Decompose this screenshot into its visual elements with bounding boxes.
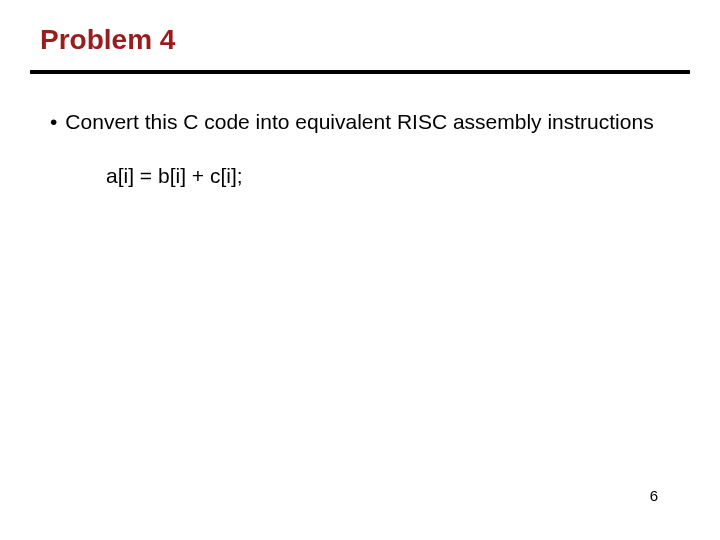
- bullet-marker: •: [50, 108, 57, 136]
- bullet-item: • Convert this C code into equivalent RI…: [50, 108, 670, 136]
- slide: Problem 4 • Convert this C code into equ…: [0, 0, 720, 540]
- code-expression: a[i] = b[i] + c[i];: [50, 136, 670, 188]
- content-area: • Convert this C code into equivalent RI…: [0, 74, 720, 188]
- bullet-text: Convert this C code into equivalent RISC…: [65, 108, 670, 136]
- slide-title: Problem 4: [0, 0, 720, 56]
- page-number: 6: [650, 487, 658, 504]
